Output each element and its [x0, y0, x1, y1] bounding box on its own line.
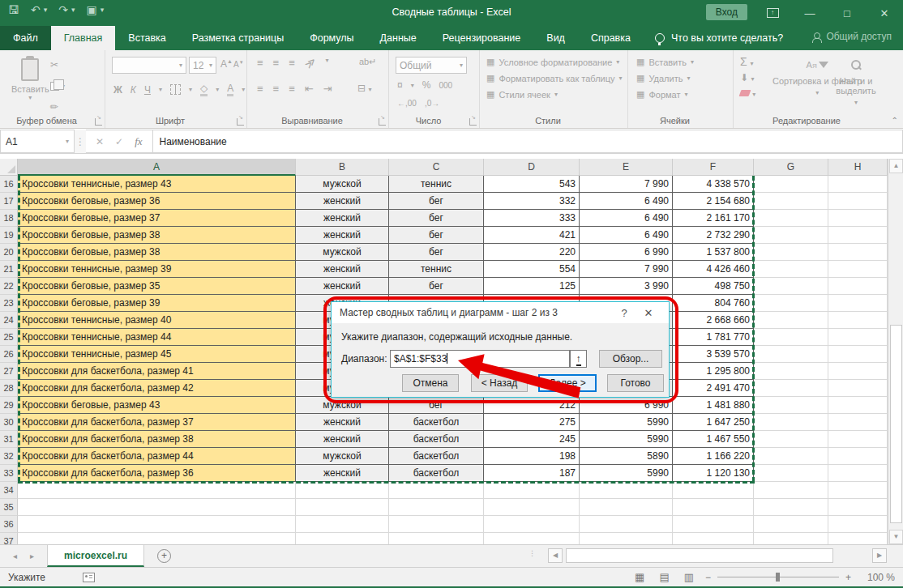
cell[interactable]: баскетбол — [389, 465, 484, 482]
cell[interactable]: мужской — [296, 176, 389, 193]
cell[interactable]: Кроссовки для баскетбола, размер 36 — [18, 465, 296, 482]
column-header[interactable]: D — [484, 159, 580, 176]
cell[interactable]: Кроссовки теннисные, размер 45 — [18, 346, 296, 363]
decrease-decimal-icon[interactable]: ,0→ — [425, 99, 439, 108]
cell[interactable] — [754, 533, 828, 544]
cell[interactable]: Кроссовки для баскетбола, размер 37 — [18, 414, 296, 431]
column-header[interactable]: A — [18, 159, 296, 176]
ribbon-tab[interactable]: Данные — [367, 26, 430, 50]
align-center-icon[interactable]: ≡ — [273, 83, 280, 95]
cell[interactable] — [828, 465, 888, 482]
macro-record-icon[interactable] — [83, 573, 95, 582]
cell[interactable] — [580, 516, 673, 533]
cell[interactable]: теннис — [389, 261, 484, 278]
cell[interactable] — [754, 499, 828, 516]
row-header[interactable]: 17 — [0, 193, 18, 210]
cell[interactable]: 245 — [484, 431, 580, 448]
cell[interactable]: 2 732 290 — [673, 227, 754, 244]
scroll-up-icon[interactable]: ▲ — [889, 159, 903, 173]
row-header[interactable]: 21 — [0, 261, 18, 278]
cell[interactable]: Кроссовки беговые, размер 36 — [18, 193, 296, 210]
cell[interactable]: женский — [296, 431, 389, 448]
cell[interactable]: Кроссовки беговые, размер 39 — [18, 295, 296, 312]
shrink-font-button[interactable]: А▼ — [233, 60, 244, 69]
font-name-combo[interactable]: ▾ — [112, 57, 186, 74]
cell[interactable] — [754, 227, 828, 244]
normal-view-icon[interactable]: ▦ — [635, 571, 644, 583]
cell[interactable] — [828, 261, 888, 278]
row-header[interactable]: 25 — [0, 329, 18, 346]
cell[interactable] — [389, 499, 484, 516]
cell[interactable] — [754, 312, 828, 329]
align-bottom-icon[interactable]: ≡ — [289, 57, 295, 69]
align-top-icon[interactable]: ≡ — [257, 57, 263, 69]
row-header[interactable]: 23 — [0, 295, 18, 312]
cell[interactable] — [828, 227, 888, 244]
cell[interactable] — [828, 329, 888, 346]
zoom-level[interactable]: 100 % — [862, 572, 895, 583]
cell[interactable]: 4 426 460 — [673, 261, 754, 278]
cell[interactable]: 6 990 — [580, 397, 673, 414]
cell[interactable]: теннис — [389, 176, 484, 193]
collapse-ribbon-icon[interactable]: ⌃ — [892, 116, 898, 125]
cell[interactable]: 3 990 — [580, 278, 673, 295]
ribbon-display-options-button[interactable]: ↑ — [754, 0, 791, 26]
cell[interactable] — [754, 295, 828, 312]
next-button[interactable]: Далее > — [538, 374, 597, 392]
cell[interactable] — [828, 244, 888, 261]
cell[interactable]: Кроссовки беговые, размер 43 — [18, 397, 296, 414]
cell[interactable] — [828, 533, 888, 544]
cell[interactable]: 275 — [484, 414, 580, 431]
cell[interactable]: 7 990 — [580, 176, 673, 193]
cell[interactable]: 554 — [484, 261, 580, 278]
formula-content[interactable]: Наименование — [153, 130, 903, 153]
cell[interactable]: 1 481 880 — [673, 397, 754, 414]
cell[interactable] — [484, 482, 580, 499]
cell[interactable] — [389, 533, 484, 544]
cell[interactable]: бег — [389, 278, 484, 295]
cell[interactable]: 6 990 — [580, 244, 673, 261]
cell[interactable]: Кроссовки для баскетбола, размер 41 — [18, 363, 296, 380]
cell[interactable] — [754, 363, 828, 380]
cell[interactable]: 1 537 800 — [673, 244, 754, 261]
increase-indent-icon[interactable]: ⇥ — [323, 83, 332, 95]
cell[interactable]: 3 539 570 — [673, 346, 754, 363]
row-header[interactable]: 24 — [0, 312, 18, 329]
cell[interactable] — [828, 431, 888, 448]
cell[interactable] — [754, 210, 828, 227]
range-input[interactable]: $A$1:$F$33 — [390, 350, 570, 368]
alignment-dialog-launcher[interactable] — [379, 118, 386, 126]
ribbon-menu-item[interactable]: ▦Удалить▾ — [636, 73, 694, 83]
comma-style-icon[interactable]: 000 — [439, 81, 452, 90]
cell[interactable]: Кроссовки беговые, размер 37 — [18, 210, 296, 227]
cell[interactable] — [296, 533, 389, 544]
cell[interactable]: 6 490 — [580, 193, 673, 210]
cell[interactable] — [828, 397, 888, 414]
finish-button[interactable]: Готово — [607, 374, 664, 392]
fill-button[interactable]: ⬇ ▾ — [740, 72, 755, 83]
row-header[interactable]: 33 — [0, 465, 18, 482]
copy-button[interactable]: ▾ — [50, 78, 65, 94]
cell[interactable] — [484, 533, 580, 544]
increase-decimal-icon[interactable]: ←,00 — [397, 99, 417, 108]
row-header[interactable]: 35 — [0, 499, 18, 516]
ribbon-menu-item[interactable]: ▦Форматировать как таблицу▾ — [486, 73, 623, 83]
tell-me-search[interactable]: Что вы хотите сделать? — [655, 26, 783, 50]
cell[interactable]: 421 — [484, 227, 580, 244]
zoom-thumb[interactable] — [776, 573, 780, 582]
zoom-in-icon[interactable]: + — [845, 572, 851, 583]
accounting-format-icon[interactable]: ¤ — [397, 79, 403, 91]
cell[interactable] — [828, 295, 888, 312]
cell[interactable] — [828, 312, 888, 329]
cell[interactable] — [754, 397, 828, 414]
cell[interactable] — [828, 278, 888, 295]
cell[interactable]: Кроссовки для баскетбола, размер 42 — [18, 380, 296, 397]
align-left-icon[interactable]: ≡ — [257, 83, 263, 95]
ribbon-menu-item[interactable]: ▦Вставить▾ — [636, 57, 694, 67]
cancel-entry-icon[interactable]: ✕ — [96, 136, 104, 147]
cell[interactable] — [673, 533, 754, 544]
cell[interactable]: 1 467 550 — [673, 431, 754, 448]
borders-icon[interactable] — [170, 84, 181, 95]
cell[interactable]: 1 647 250 — [673, 414, 754, 431]
cell[interactable]: 1 120 130 — [673, 465, 754, 482]
